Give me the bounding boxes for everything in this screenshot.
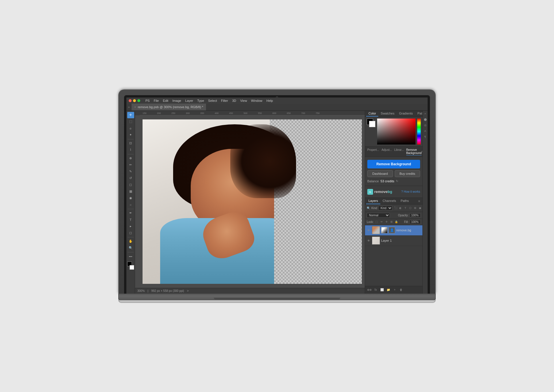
more-tools[interactable]: ••• [127, 253, 134, 260]
secondary-buttons-row: Dashboard Buy credits [367, 170, 420, 177]
menu-ps[interactable]: PS [144, 97, 151, 104]
menu-3d[interactable]: 3D [230, 97, 238, 104]
path-select-tool[interactable]: ▸ [127, 223, 134, 230]
filter-smart-icon[interactable]: ⊞ [413, 206, 417, 210]
kind-select[interactable]: Kind [378, 206, 392, 211]
menu-window[interactable]: Window [249, 97, 264, 104]
menu-file[interactable]: File [152, 97, 161, 104]
layer-effects-icon[interactable]: fx [373, 287, 378, 292]
rect-marquee-tool[interactable]: ⬚ [127, 119, 134, 125]
healing-brush-tool[interactable]: ⊕ [127, 155, 134, 162]
hue-strip[interactable] [417, 119, 421, 145]
clone-stamp-tool[interactable]: ✎ [127, 168, 134, 175]
remove-background-button[interactable]: Remove Background [367, 160, 420, 168]
tab-close-icon[interactable]: × [134, 106, 136, 109]
filter-toggle[interactable]: ◉ [418, 206, 422, 210]
lock-artboard-icon[interactable]: ⊞ [390, 220, 394, 224]
tab-layers[interactable]: Layers [366, 198, 380, 204]
layer-row-layer1[interactable]: 👁 Layer 1 [365, 236, 422, 246]
brush-tool[interactable]: ✏ [127, 162, 134, 168]
blend-mode-select[interactable]: Normal [367, 213, 390, 218]
zoom-tool[interactable]: 🔍 [127, 245, 134, 251]
opacity-row: Opacity: [398, 213, 421, 217]
ruler-mark-450: 450 [229, 112, 233, 115]
tab-properties[interactable]: Propert... [367, 148, 379, 155]
collapse-panel-icon[interactable]: » [423, 112, 427, 116]
menu-layer[interactable]: Layer [184, 97, 195, 104]
fg-bg-color-box [367, 119, 375, 145]
tab-swatches[interactable]: Swatches [378, 111, 397, 117]
add-mask-icon[interactable]: ⬜ [379, 287, 385, 292]
lasso-tool[interactable]: ⌾ [127, 125, 134, 132]
filter-pixel-icon[interactable]: ⬛ [394, 206, 398, 210]
document-tab[interactable]: × remove.bg.psb @ 300% (remove.bg, RGB/8… [132, 104, 207, 110]
color-picker-icon[interactable]: ⬤ [423, 117, 427, 121]
dashboard-button[interactable]: Dashboard [367, 170, 393, 177]
menu-help[interactable]: Help [265, 97, 275, 104]
tab-gradients[interactable]: Gradients [397, 111, 415, 117]
delete-layer-icon[interactable]: 🗑 [398, 287, 404, 292]
menu-type[interactable]: Type [196, 97, 206, 104]
tab-bar: » × remove.bg.psb @ 300% (remove.bg, RGB… [126, 104, 428, 111]
canvas-viewport [140, 115, 365, 288]
layer-mask-thumb-removebg[interactable] [381, 227, 388, 233]
eyedropper-tool[interactable]: ⌇ [127, 147, 134, 153]
text-tool[interactable]: T [127, 217, 134, 223]
status-arrow[interactable]: > [187, 289, 189, 292]
pen-tool[interactable]: ✒ [127, 210, 134, 216]
menu-view[interactable]: View [238, 97, 249, 104]
character-icon[interactable]: A [423, 129, 427, 133]
lock-transparent-icon[interactable]: ⬚ [375, 220, 379, 224]
main-area: ✛ ⬚ ⌾ ✦ ⊡ ⌇ ⊕ ✏ ✎ ↺ ◻ [126, 111, 428, 294]
gradient-tool[interactable]: ▦ [127, 188, 134, 195]
link-layers-icon[interactable]: ⊕⊕ [367, 287, 372, 292]
filter-type-icon[interactable]: T [403, 206, 407, 210]
hand-tool[interactable]: ✋ [127, 238, 134, 245]
tab-channels[interactable]: Channels [380, 198, 398, 204]
color-gradient[interactable] [377, 119, 415, 145]
refresh-credits-icon[interactable]: ↻ [396, 179, 398, 183]
tab-adjust[interactable]: Adjust... [381, 148, 392, 155]
new-layer-icon[interactable]: + [392, 287, 397, 292]
shape-tool[interactable]: ◻ [127, 230, 134, 236]
color-spectrum[interactable] [377, 119, 415, 145]
eraser-tool[interactable]: ◻ [127, 182, 134, 188]
layer-row-removebg[interactable]: 👁 👤 r [365, 225, 422, 236]
dodge-tool[interactable]: ○ [127, 202, 134, 208]
magic-wand-tool[interactable]: ✦ [127, 132, 134, 138]
background-color-swatch[interactable] [369, 121, 375, 127]
tab-libraries[interactable]: Librar... [394, 148, 404, 155]
buy-credits-button[interactable]: Buy credits [395, 170, 420, 177]
menu-image[interactable]: Image [171, 97, 183, 104]
lock-move-icon[interactable]: ✛ [385, 220, 389, 224]
tab-remove-background[interactable]: Remove Background [406, 148, 422, 155]
layers-panel-menu[interactable]: ≡ [417, 198, 421, 204]
lock-all-icon[interactable]: 🔒 [394, 220, 398, 224]
background-color[interactable] [130, 265, 134, 270]
fill-input[interactable] [410, 220, 421, 224]
filter-shape-icon[interactable]: ⬡ [408, 206, 412, 210]
minimize-button[interactable] [133, 99, 136, 102]
lock-brush-icon[interactable]: ✏ [380, 220, 384, 224]
menu-edit[interactable]: Edit [161, 97, 170, 104]
menu-select[interactable]: Select [206, 97, 219, 104]
maximize-button[interactable] [137, 99, 140, 102]
history-brush-tool[interactable]: ↺ [127, 175, 134, 181]
tab-paths[interactable]: Paths [398, 198, 411, 204]
layer-visibility-removebg[interactable]: 👁 [367, 228, 371, 232]
close-button[interactable] [129, 99, 132, 102]
blur-tool[interactable]: ◉ [127, 195, 134, 201]
filter-adjust-icon[interactable]: ◐ [398, 206, 403, 210]
layer-thumbnail-layer1 [372, 237, 380, 245]
move-tool[interactable]: ✛ [127, 112, 134, 118]
paragraph-icon[interactable]: ¶ [423, 135, 427, 139]
opacity-input[interactable] [410, 213, 421, 217]
how-it-works-link[interactable]: ? How it works [401, 190, 420, 193]
tab-expand-icon: » [126, 106, 132, 109]
menu-filter[interactable]: Filter [219, 97, 230, 104]
tab-color[interactable]: Color [366, 111, 378, 117]
layer-visibility-layer1[interactable]: 👁 [367, 239, 371, 243]
brush-settings-icon[interactable]: ◎ [423, 123, 427, 127]
new-group-icon[interactable]: 📁 [386, 287, 391, 292]
crop-tool[interactable]: ⊡ [127, 140, 134, 147]
